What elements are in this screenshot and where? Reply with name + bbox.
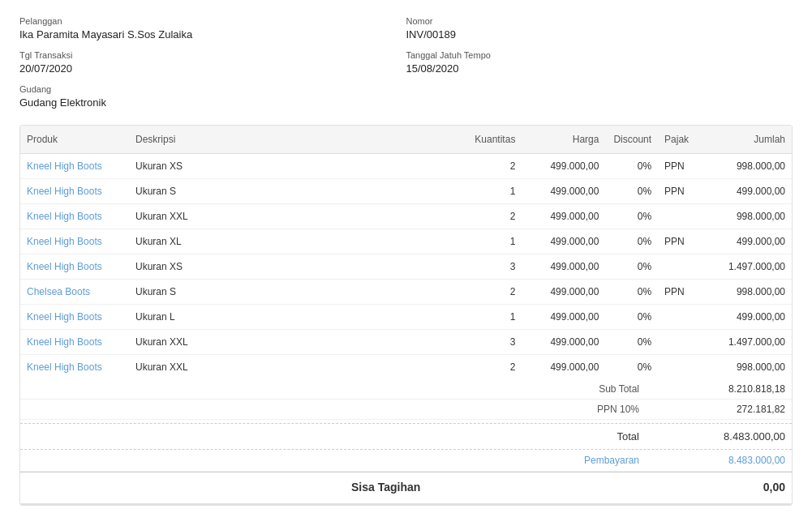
pelanggan-block: Pelanggan Ika Paramita Mayasari S.Sos Zu… — [19, 16, 406, 41]
cell-produk[interactable]: Kneel High Boots — [20, 254, 129, 280]
col-harga: Harga — [522, 126, 605, 154]
nomor-label: Nomor — [406, 16, 793, 26]
cell-jumlah: 499.000,00 — [700, 179, 792, 204]
total-row: Total 8.483.000,00 — [20, 423, 792, 450]
cell-produk[interactable]: Chelsea Boots — [20, 280, 129, 305]
ppn-label: PPN 10% — [542, 404, 639, 415]
table-row: Kneel High Boots Ukuran XXL 3 499.000,00… — [20, 330, 792, 355]
product-link[interactable]: Kneel High Boots — [27, 160, 102, 172]
cell-kuantitas: 2 — [455, 154, 522, 179]
invoice-table-container: Produk Deskripsi Kuantitas Harga Discoun… — [19, 125, 793, 506]
ppn-value: 272.181,82 — [688, 404, 785, 415]
pembayaran-label[interactable]: Pembayaran — [542, 455, 639, 466]
product-link[interactable]: Kneel High Boots — [27, 361, 102, 373]
pembayaran-value: 8.483.000,00 — [688, 455, 785, 466]
cell-kuantitas: 1 — [455, 229, 522, 254]
cell-jumlah: 998.000,00 — [700, 204, 792, 229]
cell-discount: 0% — [605, 229, 658, 254]
gudang-value: Gudang Elektronik — [19, 96, 406, 109]
cell-pajak — [658, 355, 700, 380]
cell-produk[interactable]: Kneel High Boots — [20, 179, 129, 204]
product-link[interactable]: Kneel High Boots — [27, 211, 102, 222]
table-row: Kneel High Boots Ukuran XL 1 499.000,00 … — [20, 229, 792, 254]
tgl-transaksi-value: 20/07/2020 — [19, 62, 406, 75]
cell-produk[interactable]: Kneel High Boots — [20, 305, 129, 330]
cell-kuantitas: 2 — [455, 355, 522, 380]
cell-jumlah: 499.000,00 — [700, 229, 792, 254]
cell-discount: 0% — [605, 355, 658, 380]
col-discount: Discount — [605, 126, 658, 154]
table-row: Kneel High Boots Ukuran L 1 499.000,00 0… — [20, 305, 792, 330]
cell-produk[interactable]: Kneel High Boots — [20, 355, 129, 380]
pelanggan-value: Ika Paramita Mayasari S.Sos Zulaika — [19, 28, 406, 41]
table-header-row: Produk Deskripsi Kuantitas Harga Discoun… — [20, 126, 792, 154]
gudang-block: Gudang Gudang Elektronik — [19, 84, 406, 109]
cell-discount: 0% — [605, 254, 658, 280]
cell-pajak: PPN — [658, 179, 700, 204]
cell-jumlah: 998.000,00 — [700, 280, 792, 305]
table-row: Kneel High Boots Ukuran XS 3 499.000,00 … — [20, 254, 792, 280]
product-link[interactable]: Kneel High Boots — [27, 236, 102, 247]
gudang-label: Gudang — [19, 84, 406, 94]
table-row: Kneel High Boots Ukuran S 1 499.000,00 0… — [20, 179, 792, 204]
cell-produk[interactable]: Kneel High Boots — [20, 330, 129, 355]
table-row: Kneel High Boots Ukuran XS 2 499.000,00 … — [20, 154, 792, 179]
pelanggan-label: Pelanggan — [19, 16, 406, 26]
cell-jumlah: 1.497.000,00 — [700, 254, 792, 280]
cell-harga: 499.000,00 — [522, 179, 605, 204]
ppn-row: PPN 10% 272.181,82 — [20, 400, 792, 420]
cell-pajak — [658, 254, 700, 280]
pembayaran-row[interactable]: Pembayaran 8.483.000,00 — [20, 450, 792, 472]
cell-harga: 499.000,00 — [522, 229, 605, 254]
cell-deskripsi: Ukuran XL — [129, 229, 455, 254]
cell-pajak: PPN — [658, 280, 700, 305]
table-row: Kneel High Boots Ukuran XXL 2 499.000,00… — [20, 204, 792, 229]
product-link[interactable]: Chelsea Boots — [27, 286, 90, 297]
sub-total-value: 8.210.818,18 — [688, 383, 785, 395]
cell-pajak: PPN — [658, 229, 700, 254]
cell-kuantitas: 1 — [455, 179, 522, 204]
cell-kuantitas: 1 — [455, 305, 522, 330]
invoice-page: Pelanggan Ika Paramita Mayasari S.Sos Zu… — [0, 0, 812, 513]
tgl-transaksi-block: Tgl Transaksi 20/07/2020 — [19, 50, 406, 75]
cell-kuantitas: 2 — [455, 280, 522, 305]
cell-produk[interactable]: Kneel High Boots — [20, 204, 129, 229]
col-deskripsi: Deskripsi — [129, 126, 455, 154]
sisa-tagihan-value: 0,00 — [763, 481, 785, 494]
cell-pajak — [658, 330, 700, 355]
product-link[interactable]: Kneel High Boots — [27, 336, 102, 348]
cell-jumlah: 998.000,00 — [700, 154, 792, 179]
cell-jumlah: 998.000,00 — [700, 355, 792, 380]
cell-jumlah: 499.000,00 — [700, 305, 792, 330]
summary-section: Sub Total 8.210.818,18 PPN 10% 272.181,8… — [20, 379, 792, 502]
tgl-transaksi-label: Tgl Transaksi — [19, 50, 406, 60]
cell-deskripsi: Ukuran L — [129, 305, 455, 330]
cell-produk[interactable]: Kneel High Boots — [20, 229, 129, 254]
cell-discount: 0% — [605, 204, 658, 229]
sisa-tagihan-label: Sisa Tagihan — [27, 481, 420, 494]
cell-harga: 499.000,00 — [522, 280, 605, 305]
cell-deskripsi: Ukuran S — [129, 280, 455, 305]
nomor-block: Nomor INV/00189 — [406, 16, 793, 41]
cell-deskripsi: Ukuran XXL — [129, 204, 455, 229]
sub-total-label: Sub Total — [542, 383, 639, 395]
cell-produk[interactable]: Kneel High Boots — [20, 154, 129, 179]
cell-discount: 0% — [605, 330, 658, 355]
total-label: Total — [542, 430, 639, 442]
col-pajak: Pajak — [658, 126, 700, 154]
product-link[interactable]: Kneel High Boots — [27, 311, 102, 323]
col-produk: Produk — [20, 126, 129, 154]
cell-harga: 499.000,00 — [522, 204, 605, 229]
col-jumlah: Jumlah — [700, 126, 792, 154]
cell-kuantitas: 2 — [455, 204, 522, 229]
cell-deskripsi: Ukuran XS — [129, 154, 455, 179]
product-link[interactable]: Kneel High Boots — [27, 261, 102, 272]
col-kuantitas: Kuantitas — [455, 126, 522, 154]
cell-discount: 0% — [605, 154, 658, 179]
bottom-border — [20, 503, 792, 505]
tanggal-jatuh-tempo-value: 15/08/2020 — [406, 62, 793, 75]
cell-discount: 0% — [605, 179, 658, 204]
sub-total-row: Sub Total 8.210.818,18 — [20, 379, 792, 400]
product-link[interactable]: Kneel High Boots — [27, 186, 102, 197]
cell-deskripsi: Ukuran XXL — [129, 355, 455, 380]
